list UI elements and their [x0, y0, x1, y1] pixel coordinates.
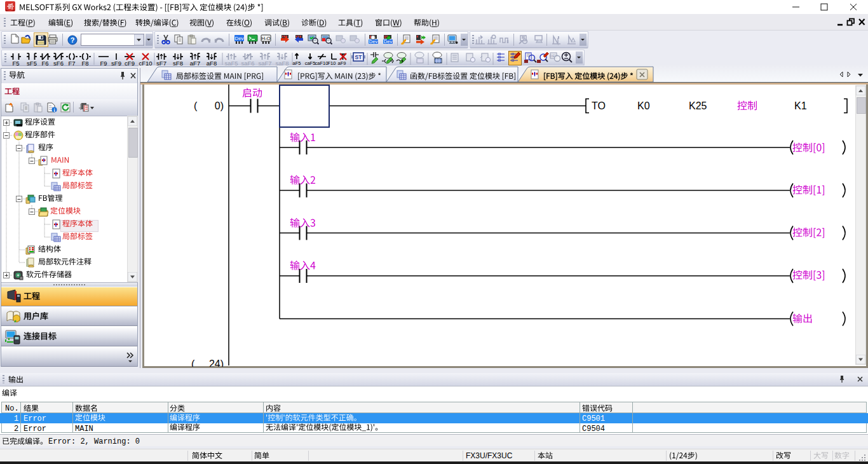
svg-text:ST: ST [355, 54, 363, 60]
svg-text:i: i [53, 107, 55, 113]
svg-text:Dev: Dev [234, 36, 243, 41]
svg-text:Dev: Dev [384, 39, 393, 44]
svg-text:K25: K25 [689, 100, 707, 111]
svg-text:K1: K1 [794, 100, 807, 111]
svg-text:Dev: Dev [369, 39, 378, 44]
svg-text:sF9: sF9 [111, 60, 121, 67]
svg-text:sF6: sF6 [53, 60, 64, 67]
svg-text:cF9: cF9 [125, 60, 135, 67]
svg-text:F8: F8 [81, 60, 88, 67]
svg-text:F5: F5 [12, 60, 19, 67]
svg-text:K0: K0 [637, 100, 650, 111]
svg-text:sF5: sF5 [27, 60, 37, 67]
svg-text:TO: TO [592, 100, 606, 111]
svg-text:F7: F7 [68, 60, 75, 67]
svg-text:H-O: H-O [261, 36, 271, 41]
svg-text:24): 24) [209, 358, 224, 367]
svg-text:F9: F9 [100, 60, 107, 67]
svg-text:?: ? [71, 36, 75, 44]
svg-text:(: ( [191, 358, 195, 367]
svg-text:0): 0) [215, 100, 224, 111]
svg-text:F6: F6 [41, 60, 48, 67]
svg-text:(: ( [194, 100, 198, 111]
